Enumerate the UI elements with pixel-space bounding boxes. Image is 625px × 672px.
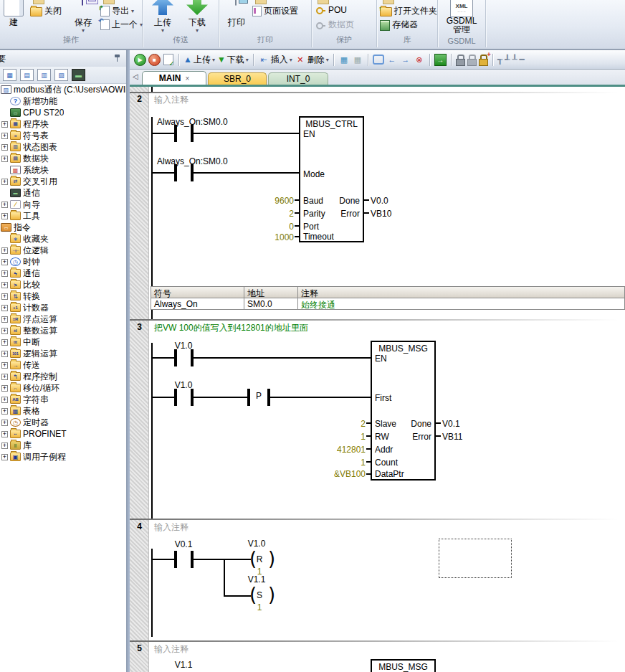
- address-box-icon[interactable]: [373, 54, 384, 65]
- draw-branch-up-icon[interactable]: ┹: [505, 55, 510, 65]
- coil-reset[interactable]: R: [252, 554, 267, 564]
- network-4-comment[interactable]: 输入注释: [154, 521, 189, 534]
- tab-scroll-left-icon[interactable]: ◁: [133, 72, 138, 80]
- page-setup-button[interactable]: 页面设置: [252, 5, 298, 17]
- operand-count[interactable]: 1: [280, 458, 366, 468]
- tree-expander[interactable]: +: [1, 305, 8, 311]
- network-5-comment[interactable]: 输入注释: [154, 643, 189, 656]
- upload-button[interactable]: 上传 ▾: [147, 0, 178, 37]
- tree-item[interactable]: + 时钟: [0, 256, 126, 268]
- tree-item[interactable]: + 向导: [0, 199, 126, 210]
- network-diagram-icon[interactable]: ▦: [338, 54, 350, 65]
- tree-item[interactable]: 通信: [0, 187, 126, 199]
- new-button[interactable]: 建: [0, 0, 27, 37]
- function-block-mbus-msg[interactable]: MBUS_MSG EN First Slave RW Addr Count Da…: [371, 341, 436, 481]
- tree-expander[interactable]: +: [1, 385, 8, 392]
- tab-sbr0[interactable]: SBR_0: [208, 72, 267, 85]
- tree-item[interactable]: + 数据块: [0, 153, 126, 164]
- bookmark-previous-icon[interactable]: ←: [386, 54, 398, 65]
- contact[interactable]: [174, 164, 177, 181]
- tree-item[interactable]: + PROFINET: [0, 428, 126, 440]
- tree-item[interactable]: + 工具: [0, 210, 126, 222]
- tree-item[interactable]: + 比较: [0, 279, 126, 290]
- tab-main[interactable]: MAIN ×: [142, 71, 206, 85]
- tree-item[interactable]: + 位逻辑: [0, 245, 126, 256]
- draw-line-up-icon[interactable]: ┸: [512, 55, 517, 65]
- tree-item[interactable]: + 程序块: [0, 118, 126, 130]
- pou-protect-button[interactable]: POU: [315, 5, 347, 15]
- export-button[interactable]: 导出 ▾: [100, 5, 134, 17]
- tree-expander[interactable]: +: [1, 408, 8, 415]
- delete-button[interactable]: ✕ 删除 ▾: [295, 54, 329, 66]
- download-caret-icon[interactable]: ▾: [181, 27, 213, 34]
- tree-expander[interactable]: +: [1, 374, 8, 380]
- download-small-button[interactable]: ▼ 下载 ▾: [217, 54, 249, 66]
- pin-icon[interactable]: [114, 54, 120, 62]
- operand-timeout[interactable]: 1000: [237, 232, 294, 242]
- contact-operand[interactable]: V1.0: [168, 341, 199, 351]
- operand-baud[interactable]: 9600: [237, 196, 294, 206]
- save-caret-icon[interactable]: ▾: [67, 27, 99, 34]
- previous-button[interactable]: 上一个 ▾: [100, 19, 143, 31]
- print-button[interactable]: 打印: [221, 0, 249, 37]
- draw-branch-down-icon[interactable]: ┱: [497, 55, 502, 65]
- symbol-table-header-comment[interactable]: 注释: [297, 286, 625, 298]
- contact[interactable]: [174, 551, 177, 568]
- view-table-icon[interactable]: ▦: [3, 69, 16, 81]
- operand-error[interactable]: VB10: [371, 209, 391, 219]
- tree-item[interactable]: + 符号表: [0, 130, 126, 141]
- contact-operand[interactable]: V1.1: [168, 660, 199, 670]
- download-button[interactable]: 下载 ▾: [181, 0, 213, 37]
- tree-item[interactable]: + 状态图表: [0, 141, 126, 153]
- close-button[interactable]: 关闭: [30, 5, 62, 17]
- function-block-mbus-ctrl[interactable]: MBUS_CTRL EN Mode Baud Parity Port Timeo…: [299, 116, 364, 242]
- tree-item[interactable]: + 库: [0, 440, 126, 451]
- network-3-number[interactable]: 3: [130, 322, 149, 332]
- upload-caret-icon[interactable]: ▾: [147, 27, 178, 34]
- tree-item[interactable]: modbus通信 (C:\Users\AOWID\: [0, 84, 126, 95]
- operand-error[interactable]: VB11: [442, 432, 462, 442]
- network-3-comment[interactable]: 把VW 100的值写入到412801的地址里面: [154, 322, 308, 334]
- tree-expander[interactable]: +: [1, 431, 8, 437]
- bookmark-next-icon[interactable]: →: [400, 54, 411, 65]
- operand-done[interactable]: V0.0: [371, 196, 388, 206]
- lock-add-icon[interactable]: +: [479, 55, 488, 65]
- tree-expander[interactable]: +: [1, 339, 8, 346]
- tree-item[interactable]: + 表格: [0, 405, 126, 417]
- operand-parity[interactable]: 2: [237, 209, 294, 219]
- coil-operand[interactable]: V1.1: [244, 574, 269, 585]
- tree-item[interactable]: + 调用子例程: [0, 451, 126, 463]
- operand-done[interactable]: V0.1: [442, 419, 460, 429]
- contact-operand[interactable]: V0.1: [168, 539, 199, 549]
- tree-expander[interactable]: +: [1, 316, 8, 323]
- tree-expander[interactable]: +: [1, 213, 8, 219]
- contact[interactable]: [174, 349, 177, 366]
- insert-button[interactable]: ⇤ 插入 ▾: [258, 54, 292, 66]
- tree-item[interactable]: 系统块: [0, 164, 126, 176]
- tree-expander[interactable]: +: [1, 454, 8, 460]
- draw-line-horizontal-icon[interactable]: ━: [520, 55, 525, 65]
- tree-expander[interactable]: +: [1, 420, 8, 426]
- caret-icon[interactable]: ▾: [326, 57, 329, 63]
- tree-expander[interactable]: +: [1, 270, 8, 277]
- memory-button[interactable]: 存储器: [380, 19, 418, 31]
- tree-item[interactable]: + 程序控制: [0, 371, 126, 382]
- function-block-mbus-msg[interactable]: MBUS_MSG: [371, 659, 436, 672]
- operand-rw[interactable]: 1: [280, 432, 366, 442]
- tree-expander[interactable]: +: [1, 397, 8, 403]
- coil-set[interactable]: S: [252, 590, 267, 600]
- tree-expander[interactable]: +: [1, 144, 8, 151]
- symbol-table-cell-comment[interactable]: 始终接通: [297, 298, 625, 310]
- network-5-number[interactable]: 5: [130, 643, 149, 653]
- coil-count-operand[interactable]: 1: [252, 602, 267, 612]
- symbol-table-cell-symbol[interactable]: Always_On: [151, 298, 244, 310]
- symbol-table-cell-address[interactable]: SM0.0: [244, 298, 298, 310]
- compile-button[interactable]: [163, 54, 174, 65]
- tree-expander[interactable]: +: [1, 179, 8, 185]
- tree-item[interactable]: + 转换: [0, 290, 126, 302]
- ram-run-icon[interactable]: →: [434, 54, 447, 66]
- tree-item[interactable]: + 中断: [0, 336, 126, 348]
- tab-int0[interactable]: INT_0: [268, 72, 328, 85]
- run-button[interactable]: ▶: [134, 54, 146, 66]
- selection-rectangle[interactable]: [439, 539, 512, 578]
